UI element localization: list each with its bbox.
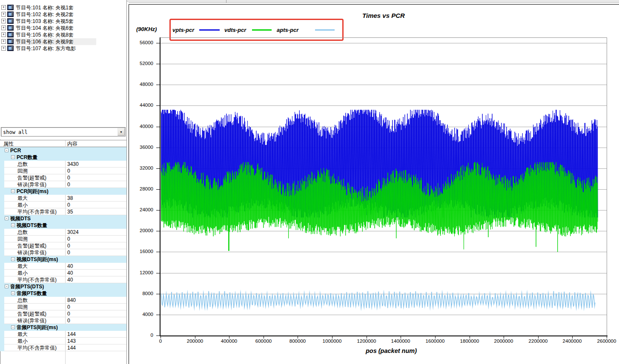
property-group-row[interactable]: -音频PTS间距(ms) [0, 324, 126, 331]
property-row[interactable]: 告警(超警戒)0 [0, 242, 126, 249]
property-group-row[interactable]: -视频DTS [0, 215, 126, 222]
tree-item[interactable]: +节目号:104 名称: 央视6套 [0, 25, 126, 31]
property-group-row[interactable]: -PCR间距(ms) [0, 188, 126, 195]
expand-icon[interactable]: + [1, 32, 6, 37]
collapse-icon[interactable]: - [5, 284, 9, 288]
property-value: 3430 [67, 161, 79, 168]
property-row[interactable]: 告警(超警戒)0 [0, 174, 126, 181]
collapse-icon[interactable]: - [5, 148, 9, 152]
top-strip-line-2 [129, 3, 619, 3]
property-row[interactable]: 平均(不含异常值)35 [0, 208, 126, 215]
property-group-label: 音频PTS(DTS) [10, 283, 44, 290]
property-row[interactable]: 最大38 [0, 195, 126, 202]
x-tick-label: 1800000 [454, 338, 485, 344]
legend-item-label: vdts-pcr [224, 26, 246, 34]
property-row[interactable]: 错误(异常值)0 [0, 317, 126, 324]
property-row[interactable]: 回溯0 [0, 168, 126, 174]
application-window: +节目号:101 名称: 央视1套+节目号:102 名称: 央视2套+节目号:1… [0, 0, 619, 364]
collapse-icon[interactable]: - [5, 216, 9, 220]
property-group-row[interactable]: -PCR数量 [0, 154, 126, 161]
property-group-label: 视频DTS间距(ms) [17, 256, 58, 263]
filter-dropdown-button[interactable]: ▼ [117, 128, 125, 136]
property-row[interactable]: 总数840 [0, 297, 126, 304]
x-axis [160, 336, 608, 336]
expand-icon[interactable]: + [1, 46, 6, 51]
property-label: 告警(超警戒) [17, 174, 46, 181]
panel-divider [126, 0, 127, 364]
property-group-row[interactable]: -音频PTS(DTS) [0, 283, 126, 290]
filter-combobox[interactable]: show all ▼ [1, 127, 126, 136]
property-label: 告警(超警戒) [17, 242, 46, 249]
tree-item-label: 节目号:106 名称: 央视9套 [16, 38, 74, 45]
property-row[interactable]: 最大144 [0, 331, 126, 338]
property-row[interactable]: 错误(异常值)0 [0, 181, 126, 188]
property-grid-header: 属性 内容 [0, 140, 126, 147]
property-value: 38 [67, 195, 73, 202]
y-tick-label: 28000 [126, 186, 153, 192]
property-group-label: 视频DTS数量 [17, 222, 47, 229]
chart-canvas [161, 38, 606, 336]
tree-item-label: 节目号:105 名称: 央视8套 [16, 31, 74, 38]
legend-item-label: vpts-pcr [172, 26, 194, 34]
y-tick-label: 56000 [126, 40, 153, 46]
column-label-attribute: 属性 [3, 140, 14, 147]
property-row[interactable]: 回溯0 [0, 304, 126, 310]
expand-icon[interactable]: + [1, 12, 6, 17]
property-group-row[interactable]: -视频DTS数量 [0, 222, 126, 229]
property-group-row[interactable]: -PCR [0, 147, 126, 154]
expand-icon[interactable]: + [1, 19, 6, 23]
x-tick-label: 1200000 [351, 338, 382, 344]
x-tick-label: 2000000 [488, 338, 519, 344]
tree-item[interactable]: +节目号:101 名称: 央视1套 [0, 4, 126, 11]
property-label: 平均(不含异常值) [17, 344, 57, 351]
property-group-row[interactable]: -视频DTS间距(ms) [0, 256, 126, 263]
chevron-down-icon: ▼ [118, 128, 124, 136]
x-tick-label: 600000 [248, 338, 279, 344]
expand-icon[interactable]: + [1, 5, 6, 10]
property-row[interactable]: 告警(超警戒)0 [0, 310, 126, 317]
property-row[interactable]: 最小40 [0, 270, 126, 276]
property-label: 最大 [17, 331, 28, 338]
chart-panel-border-top [129, 4, 619, 5]
top-strip-divider [226, 0, 226, 3]
x-tick-label: 0 [145, 338, 176, 344]
tree-item-label: 节目号:104 名称: 央视6套 [16, 25, 74, 31]
property-row[interactable]: 总数3430 [0, 161, 126, 168]
property-row[interactable]: 最小0 [0, 202, 126, 208]
collapse-icon[interactable]: - [11, 223, 15, 227]
expand-icon[interactable]: + [1, 39, 6, 44]
property-label: 最小 [17, 270, 28, 276]
tree-item[interactable]: +节目号:102 名称: 央视2套 [0, 11, 126, 18]
tree-item[interactable]: +节目号:105 名称: 央视8套 [0, 31, 126, 38]
property-group-label: 音频PTS数量 [17, 290, 47, 297]
property-label: 回溯 [17, 168, 28, 174]
collapse-icon[interactable]: - [11, 189, 15, 193]
property-row[interactable]: 回溯0 [0, 236, 126, 242]
tree-item[interactable]: +节目号:107 名称: 东方电影 [0, 45, 126, 52]
collapse-icon[interactable]: - [11, 155, 15, 159]
collapse-icon[interactable]: - [11, 291, 15, 295]
property-value: 3024 [67, 229, 79, 236]
y-tick-label: 52000 [126, 60, 153, 67]
property-grid: -PCR-PCR数量总数3430回溯0告警(超警戒)0错误(异常值)0-PCR间… [0, 147, 126, 351]
property-value: 0 [67, 310, 70, 317]
property-row[interactable]: 最小143 [0, 338, 126, 344]
legend-swatch [199, 29, 220, 31]
tree-item-label: 节目号:103 名称: 央视5套 [16, 18, 74, 25]
property-label: 告警(超警戒) [17, 310, 46, 317]
expand-icon[interactable]: + [1, 26, 6, 30]
film-icon [7, 32, 14, 37]
property-row[interactable]: 平均(不含异常值)40 [0, 276, 126, 283]
tree-item[interactable]: +节目号:103 名称: 央视5套 [0, 18, 126, 25]
x-tick-label: 400000 [213, 338, 245, 344]
tree-item[interactable]: +节目号:106 名称: 央视9套 [0, 38, 126, 45]
property-row[interactable]: 错误(异常值)0 [0, 249, 126, 256]
collapse-icon[interactable]: - [11, 325, 15, 329]
collapse-icon[interactable]: - [11, 257, 15, 261]
chart-title: Times vs PCR [160, 12, 607, 19]
property-row[interactable]: 最大40 [0, 263, 126, 270]
property-group-row[interactable]: -音频PTS数量 [0, 290, 126, 297]
x-axis-title: pos (packet num) [168, 347, 614, 354]
property-row[interactable]: 平均(不含异常值)144 [0, 344, 126, 351]
property-row[interactable]: 总数3024 [0, 229, 126, 236]
